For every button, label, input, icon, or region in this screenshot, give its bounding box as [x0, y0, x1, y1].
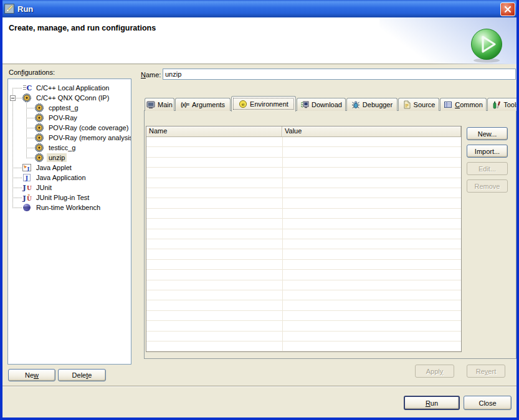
- revert-button[interactable]: Revert: [467, 365, 505, 378]
- env-new-button[interactable]: New...: [467, 127, 508, 140]
- tab-common[interactable]: Common: [440, 98, 487, 111]
- new-configuration-button[interactable]: New: [8, 369, 55, 381]
- tree-item-junit-plugin-test[interactable]: JU» JUnit Plug-in Test: [8, 193, 131, 203]
- tab-download[interactable]: Download: [297, 98, 346, 111]
- column-header-value[interactable]: Value: [282, 126, 461, 136]
- apply-button[interactable]: Apply: [415, 365, 454, 378]
- tree-stub: [26, 108, 34, 108]
- tab-debugger[interactable]: Debugger: [346, 98, 398, 111]
- tab-environment[interactable]: e Environment: [231, 96, 296, 112]
- environment-table-header: Name Value: [146, 126, 461, 137]
- svg-text:J: J: [27, 165, 30, 171]
- monitor-icon: [146, 100, 155, 109]
- tree-stub: [12, 168, 22, 168]
- tree-item-label: POV-Ray (code coverage): [47, 123, 130, 132]
- tree-stub: [26, 128, 34, 128]
- run-dialog: Run Create, manage, and run configuratio…: [0, 0, 519, 420]
- window-title: Run: [17, 4, 33, 14]
- qnx-gear-icon: [34, 143, 44, 153]
- tree-item-label: testicc_g: [47, 143, 77, 152]
- tree-stub: [12, 208, 22, 208]
- name-label: Name:: [141, 71, 161, 79]
- run-dialog-icon: [4, 4, 14, 14]
- configurations-label: Configurations:: [9, 69, 55, 76]
- tree-item-junit[interactable]: JU JUnit: [8, 183, 131, 193]
- source-file-icon: [402, 100, 411, 109]
- tree-item-label: cpptest_g: [47, 103, 80, 112]
- svg-text:»: »: [27, 193, 30, 198]
- java-application-icon: J: [22, 173, 32, 183]
- tree-item-pov-ray-memory-analysis[interactable]: POV-Ray (memory analysis): [8, 133, 131, 143]
- tree-stub: [26, 158, 34, 158]
- cpp-local-icon: C: [22, 83, 32, 93]
- env-edit-button[interactable]: Edit...: [467, 162, 508, 175]
- footer-separator: [2, 386, 517, 387]
- tree-item-cpptest-g[interactable]: cpptest_g: [8, 103, 131, 113]
- junit-plugin-icon: JU»: [22, 193, 32, 203]
- environment-table-body[interactable]: [146, 137, 461, 351]
- collapse-minus-icon[interactable]: [10, 95, 16, 101]
- name-input[interactable]: [163, 69, 516, 80]
- svg-text:J: J: [25, 175, 28, 181]
- column-header-name[interactable]: Name: [146, 126, 282, 136]
- tree-item-label: POV-Ray: [47, 113, 79, 122]
- env-import-button[interactable]: Import...: [467, 145, 508, 158]
- tree-item-cpp-local-application[interactable]: C C/C++ Local Application: [8, 83, 131, 93]
- environment-icon: e: [239, 100, 247, 108]
- java-applet-icon: J: [22, 163, 32, 173]
- tab-main[interactable]: Main: [145, 98, 174, 111]
- tree-item-pov-ray[interactable]: POV-Ray: [8, 113, 131, 123]
- svg-text:J: J: [22, 184, 26, 192]
- title-bar[interactable]: Run: [0, 0, 519, 17]
- tree-stub: [12, 198, 22, 198]
- tree-item-runtime-workbench[interactable]: Run-time Workbench: [8, 203, 131, 212]
- debugger-bug-icon: [351, 100, 360, 109]
- tree-item-label: JUnit: [34, 183, 54, 192]
- workbench-icon: [22, 203, 32, 212]
- tree-item-label: Java Applet: [34, 163, 74, 172]
- qnx-gear-icon: [34, 123, 44, 133]
- download-icon: [300, 100, 309, 109]
- tree-item-label: Run-time Workbench: [34, 203, 102, 212]
- window-close-button[interactable]: [500, 2, 515, 16]
- tab-tools[interactable]: Tools: [487, 98, 519, 111]
- run-banner-icon: [469, 27, 504, 64]
- configurations-tree[interactable]: C C/C++ Local Application C/C++ QNX QCon…: [7, 79, 131, 365]
- qnx-gear-icon: [22, 93, 32, 103]
- tree-stub: [12, 178, 22, 178]
- banner-message: Create, manage, and run configurations: [9, 24, 156, 32]
- column-separator: [282, 137, 283, 351]
- qnx-gear-icon: [34, 103, 44, 113]
- tab-source[interactable]: Source: [398, 98, 439, 111]
- tab-arguments[interactable]: (x)= Arguments: [175, 98, 231, 111]
- arguments-icon: (x)=: [181, 100, 189, 109]
- tree-item-java-application[interactable]: J Java Application: [8, 173, 131, 183]
- tree-stub: [12, 88, 22, 88]
- svg-text:C: C: [27, 84, 32, 92]
- qnx-gear-icon: [34, 133, 44, 143]
- svg-text:J: J: [22, 194, 26, 203]
- tree-item-testicc-g[interactable]: testicc_g: [8, 143, 131, 153]
- tree-item-label: unzip: [47, 153, 67, 162]
- junit-icon: JU: [22, 183, 32, 193]
- tree-stub: [16, 98, 22, 98]
- close-button[interactable]: Close: [464, 396, 512, 410]
- qnx-gear-icon: [34, 113, 44, 123]
- qnx-gear-icon: [34, 153, 44, 163]
- tree-item-cpp-qnx-qconn[interactable]: C/C++ QNX QConn (IP): [8, 93, 131, 103]
- svg-text:U: U: [27, 185, 32, 191]
- tree-item-unzip[interactable]: unzip: [8, 153, 131, 163]
- run-button[interactable]: Run: [404, 396, 460, 410]
- tree-item-label: C/C++ Local Application: [34, 84, 111, 92]
- common-table-icon: [444, 100, 452, 109]
- tree-item-java-applet[interactable]: J Java Applet: [8, 163, 131, 173]
- tree-item-label: POV-Ray (memory analysis): [47, 133, 131, 142]
- delete-configuration-button[interactable]: Delete: [58, 369, 106, 381]
- tree-item-pov-ray-code-coverage[interactable]: POV-Ray (code coverage): [8, 123, 131, 133]
- tree-item-label: C/C++ QNX QConn (IP): [34, 93, 111, 102]
- tree-item-label: Java Application: [34, 173, 88, 182]
- dialog-banner: Create, manage, and run configurations: [2, 17, 517, 64]
- env-remove-button[interactable]: Remove: [467, 179, 508, 193]
- environment-table: Name Value: [146, 126, 462, 352]
- tree-stub: [26, 138, 34, 138]
